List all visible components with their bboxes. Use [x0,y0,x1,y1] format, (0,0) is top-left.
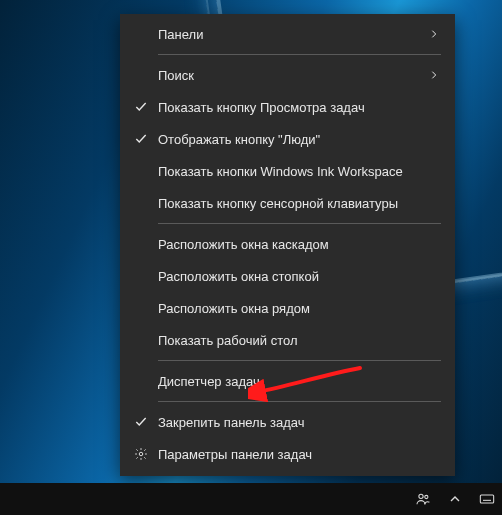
menu-item[interactable]: Показать кнопки Windows Ink Workspace [120,155,455,187]
menu-item-label: Показать кнопку сенсорной клавиатуры [158,197,427,210]
people-icon[interactable] [414,490,432,508]
menu-item-label: Расположить окна каскадом [158,238,427,251]
svg-point-1 [419,494,423,498]
chevron-right-icon [427,29,441,39]
menu-item-label: Показать рабочий стол [158,334,427,347]
taskbar[interactable] [0,483,502,515]
menu-item-label: Расположить окна рядом [158,302,427,315]
menu-item[interactable]: Поиск [120,59,455,91]
menu-separator [158,401,441,402]
menu-separator [158,54,441,55]
menu-item[interactable]: Панели [120,18,455,50]
menu-item-label: Расположить окна стопкой [158,270,427,283]
tray-chevron-icon[interactable] [446,490,464,508]
menu-item[interactable]: Показать кнопку Просмотра задач [120,91,455,123]
menu-item-label: Поиск [158,69,427,82]
menu-item-label: Показать кнопку Просмотра задач [158,101,427,114]
menu-item[interactable]: Диспетчер задач [120,365,455,397]
keyboard-icon[interactable] [478,490,496,508]
taskbar-context-menu: ПанелиПоискПоказать кнопку Просмотра зад… [120,14,455,476]
svg-rect-3 [480,495,493,503]
svg-point-0 [139,452,143,456]
menu-item-label: Показать кнопки Windows Ink Workspace [158,165,427,178]
menu-item[interactable]: Отображать кнопку "Люди" [120,123,455,155]
check-icon [130,415,152,429]
menu-separator [158,223,441,224]
menu-item-label: Диспетчер задач [158,375,427,388]
menu-item-label: Параметры панели задач [158,448,427,461]
menu-item-label: Закрепить панель задач [158,416,427,429]
gear-icon [130,447,152,461]
check-icon [130,100,152,114]
menu-item-label: Панели [158,28,427,41]
menu-item[interactable]: Расположить окна каскадом [120,228,455,260]
menu-item[interactable]: Показать кнопку сенсорной клавиатуры [120,187,455,219]
menu-item[interactable]: Расположить окна рядом [120,292,455,324]
chevron-right-icon [427,70,441,80]
menu-item[interactable]: Расположить окна стопкой [120,260,455,292]
svg-point-2 [425,495,428,498]
check-icon [130,132,152,146]
menu-item[interactable]: Закрепить панель задач [120,406,455,438]
menu-item[interactable]: Параметры панели задач [120,438,455,470]
menu-separator [158,360,441,361]
menu-item-label: Отображать кнопку "Люди" [158,133,427,146]
menu-item[interactable]: Показать рабочий стол [120,324,455,356]
